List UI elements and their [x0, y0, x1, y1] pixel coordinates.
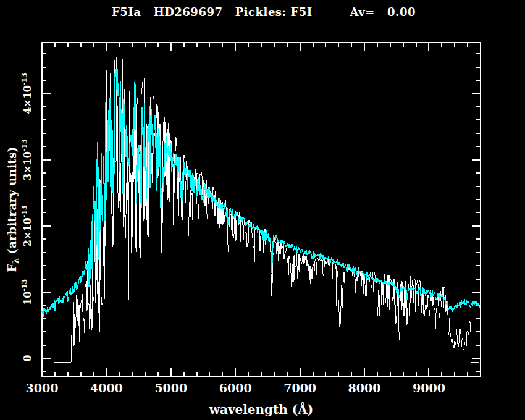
- spectrum-template-pickles-f5i: [42, 69, 479, 317]
- y-tick-label: 0: [22, 355, 33, 362]
- x-tick-label: 3000: [26, 381, 59, 395]
- x-tick-label: 6000: [219, 381, 252, 395]
- spectrum-chart: 3000400050006000700080009000010-132×10-1…: [0, 0, 525, 420]
- x-tick-label: 4000: [90, 381, 123, 395]
- spectrum-observed-hd269697: [54, 57, 479, 362]
- y-tick-label: 10-13: [20, 279, 33, 305]
- x-tick-label: 8000: [348, 381, 381, 395]
- spectral-plot-window: F5Ia HD269697 Pickles: F5I Av= 0.00 Fλ (…: [0, 0, 525, 420]
- y-tick-label: 2×10-13: [20, 205, 33, 246]
- plot-frame: [42, 43, 481, 376]
- x-tick-label: 5000: [154, 381, 187, 395]
- x-tick-label: 7000: [284, 381, 316, 395]
- x-tick-label: 9000: [413, 381, 445, 395]
- y-tick-label: 3×10-13: [20, 139, 33, 180]
- y-tick-label: 4×10-13: [20, 73, 33, 114]
